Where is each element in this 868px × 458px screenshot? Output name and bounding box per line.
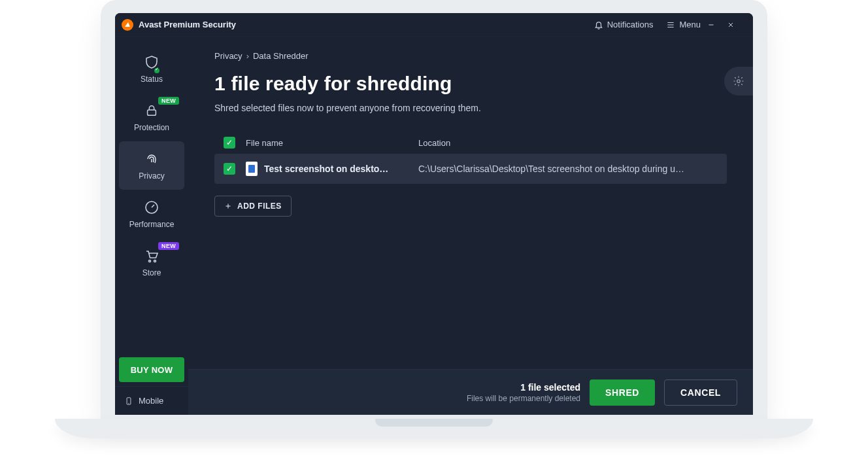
breadcrumb: Privacy › Data Shredder: [214, 51, 727, 61]
gauge-icon: [143, 199, 160, 216]
mobile-label: Mobile: [139, 396, 163, 406]
laptop-notch: [375, 419, 493, 427]
lock-icon: [143, 102, 160, 119]
minimize-button[interactable]: [707, 21, 727, 29]
sidebar-item-label: Performance: [129, 220, 175, 229]
buy-now-label: BUY NOW: [131, 365, 173, 375]
cancel-button[interactable]: CANCEL: [664, 379, 737, 406]
svg-point-2: [149, 260, 151, 262]
sidebar: Status NEW Protection Privacy: [115, 37, 188, 415]
content: Privacy › Data Shredder 1 file ready for…: [188, 37, 753, 369]
screen-frame: Avast Premium Security Notifications Men…: [101, 0, 767, 419]
sidebar-item-protection[interactable]: NEW Protection: [115, 93, 188, 141]
status-ok-badge: [153, 67, 161, 75]
sidebar-item-privacy[interactable]: Privacy: [119, 141, 184, 190]
new-badge: NEW: [158, 242, 179, 250]
column-header-location: Location: [418, 138, 719, 148]
sidebar-item-performance[interactable]: Performance: [115, 190, 188, 238]
main-area: Privacy › Data Shredder 1 file ready for…: [188, 37, 753, 415]
notifications-button[interactable]: Notifications: [588, 17, 660, 32]
laptop-mock: Avast Premium Security Notifications Men…: [101, 0, 767, 458]
avast-logo-icon: [122, 19, 133, 31]
notifications-label: Notifications: [607, 20, 654, 29]
delete-warning: Files will be permanently deleted: [467, 394, 580, 403]
chevron-right-icon: ›: [246, 51, 249, 61]
close-button[interactable]: [727, 21, 746, 29]
app-title: Avast Premium Security: [139, 20, 236, 29]
shred-label: SHRED: [605, 387, 639, 398]
file-name: Test screenshot on deskto…: [264, 164, 388, 174]
sidebar-item-label: Protection: [134, 123, 169, 132]
cart-icon: [143, 247, 160, 264]
table-header: ✓ File name Location: [214, 132, 727, 154]
sidebar-item-store[interactable]: NEW Store: [115, 238, 188, 287]
app-window: Avast Premium Security Notifications Men…: [115, 13, 753, 415]
select-all-checkbox[interactable]: ✓: [224, 137, 235, 149]
breadcrumb-leaf: Data Shredder: [253, 51, 309, 61]
page-subtitle: Shred selected files now to prevent anyo…: [214, 103, 727, 113]
row-checkbox[interactable]: ✓: [224, 163, 235, 175]
table-row[interactable]: ✓ Test screenshot on deskto… C:\Users\Cl…: [214, 154, 727, 184]
sidebar-item-label: Status: [141, 75, 163, 84]
selected-count: 1 file selected: [467, 382, 580, 393]
footer-status: 1 file selected Files will be permanentl…: [467, 382, 580, 403]
sidebar-item-label: Privacy: [139, 171, 164, 181]
svg-point-5: [737, 80, 741, 83]
footer-bar: 1 file selected Files will be permanentl…: [188, 369, 753, 415]
buy-now-button[interactable]: BUY NOW: [119, 357, 184, 382]
column-header-filename: File name: [246, 138, 409, 148]
hamburger-icon: [666, 20, 675, 29]
gear-icon: [733, 75, 744, 87]
file-location: C:\Users\Clarissa\Desktop\Test screensho…: [418, 164, 719, 174]
sidebar-item-label: Store: [142, 268, 161, 277]
breadcrumb-root[interactable]: Privacy: [214, 51, 242, 61]
brand: Avast Premium Security: [122, 19, 236, 31]
fingerprint-icon: [143, 150, 160, 167]
plus-icon: [224, 202, 232, 210]
file-icon: [246, 162, 258, 176]
settings-button[interactable]: [724, 67, 753, 96]
add-files-label: ADD FILES: [237, 202, 282, 211]
bell-icon: [594, 20, 603, 29]
page-title: 1 file ready for shredding: [214, 73, 727, 95]
svg-point-3: [154, 260, 156, 262]
svg-rect-0: [148, 110, 156, 115]
app-body: Status NEW Protection Privacy: [115, 37, 753, 415]
add-files-button[interactable]: ADD FILES: [214, 196, 292, 217]
menu-button[interactable]: Menu: [659, 17, 707, 32]
cancel-label: CANCEL: [680, 387, 721, 398]
titlebar: Avast Premium Security Notifications Men…: [115, 13, 753, 37]
shred-button[interactable]: SHRED: [590, 379, 655, 406]
new-badge: NEW: [158, 97, 179, 105]
file-table: ✓ File name Location ✓: [214, 132, 727, 184]
mobile-icon: [124, 395, 133, 407]
sidebar-item-status[interactable]: Status: [115, 44, 188, 93]
menu-label: Menu: [679, 20, 701, 29]
sidebar-item-mobile[interactable]: Mobile: [115, 386, 188, 415]
